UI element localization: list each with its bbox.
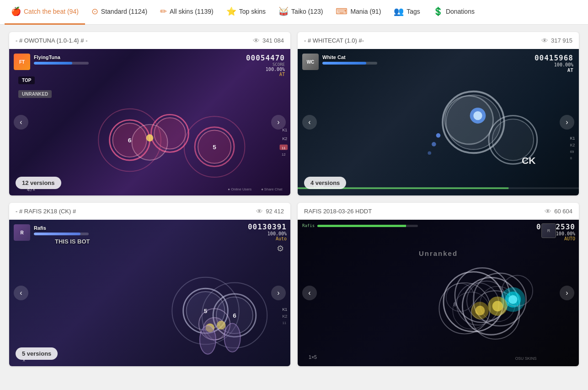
gameplay-circles-rafis: 5 6 × K1 K2 11 <box>9 220 290 366</box>
svg-text:K2: K2 <box>570 143 575 147</box>
prev-button-owotuna[interactable]: ‹ <box>14 115 28 130</box>
card-views-whitecat: 👁 317 915 <box>541 37 572 44</box>
next-button-whitecat[interactable]: › <box>560 115 574 130</box>
svg-text:5: 5 <box>213 144 216 151</box>
gameplay-circles-whitecat: 159× ● Online Users ♠ Share Chat CK K1 K… <box>298 49 579 195</box>
tags-icon: 👥 <box>394 6 404 16</box>
svg-point-78 <box>446 283 475 312</box>
svg-point-28 <box>432 142 436 146</box>
nav-mania-label: Mania (91) <box>350 8 381 15</box>
prev-button-whitecat[interactable]: ‹ <box>302 115 317 130</box>
svg-text:K2: K2 <box>282 136 287 141</box>
card-header-rafis2k18: - # RAFIS 2K18 (CK) # 👁 92 412 <box>9 203 290 220</box>
skin-card-rafis2018: RAFIS 2018-03-26 HDDT 👁 60 604 Rafis 004… <box>298 203 579 366</box>
eye-icon-4: 👁 <box>545 207 551 215</box>
card-views-owotuna: 👁 341 084 <box>253 37 284 44</box>
svg-point-11 <box>146 134 154 141</box>
svg-text:6: 6 <box>233 312 236 319</box>
svg-text:CK: CK <box>522 155 536 166</box>
svg-point-26 <box>492 119 534 160</box>
svg-text:11: 11 <box>282 321 286 325</box>
svg-point-24 <box>473 111 482 120</box>
nav-mania[interactable]: ⌨ Mania (91) <box>329 0 387 25</box>
nav-standard[interactable]: ⊙ Standard (1124) <box>85 0 154 25</box>
next-button-rafis2k18[interactable]: › <box>271 286 286 300</box>
svg-point-52 <box>200 325 216 354</box>
svg-text:K2: K2 <box>282 314 287 319</box>
svg-text:11: 11 <box>282 146 286 150</box>
taiko-icon: 🥁 <box>278 6 289 16</box>
svg-text:K1: K1 <box>570 136 575 141</box>
svg-point-51 <box>217 321 226 330</box>
thumbnail-whitecat: WC White Cat 00415968 100.00% AT <box>298 49 579 195</box>
nav-tags[interactable]: 👥 Tags <box>387 0 427 25</box>
view-count-whitecat: 317 915 <box>551 37 572 44</box>
donations-icon: 💲 <box>433 6 443 16</box>
prev-button-rafis2018[interactable]: ‹ <box>302 286 317 300</box>
svg-point-6 <box>132 125 167 160</box>
nav-catch-the-beat[interactable]: 🍎 Catch the beat (94) <box>5 0 85 25</box>
prev-button-rafis2k18[interactable]: ‹ <box>14 286 28 300</box>
nav-taiko-label: Taiko (123) <box>291 8 323 15</box>
skin-card-owotuna: - # OWOTUNA {1.0-1.4} # - 👁 341 084 FT F… <box>9 32 290 195</box>
versions-badge-owotuna: 12 versions <box>16 177 61 189</box>
svg-point-76 <box>475 306 485 315</box>
card-views-rafis2k18: 👁 92 412 <box>256 207 284 215</box>
svg-text:1×5: 1×5 <box>309 354 317 360</box>
svg-text:K1: K1 <box>282 128 287 132</box>
svg-text:12: 12 <box>282 152 286 157</box>
nav-top-skins[interactable]: ⭐ Top skins <box>220 0 272 25</box>
mania-icon: ⌨ <box>336 6 347 16</box>
nav-taiko[interactable]: 🥁 Taiko (123) <box>272 0 329 25</box>
card-header-rafis2018: RAFIS 2018-03-26 HDDT 👁 60 604 <box>298 203 579 220</box>
svg-text:69: 69 <box>570 150 574 154</box>
svg-point-72 <box>508 295 517 304</box>
eye-icon-3: 👁 <box>256 207 263 215</box>
card-header-whitecat: - # WHITECAT (1.0) #- 👁 317 915 <box>298 32 579 49</box>
nav-tags-label: Tags <box>406 8 420 15</box>
nav-donations[interactable]: 💲 Donations <box>427 0 481 25</box>
svg-text:K1: K1 <box>282 307 287 312</box>
view-count-owotuna: 341 084 <box>262 37 284 44</box>
card-title-whitecat: - # WHITECAT (1.0) #- <box>304 37 364 44</box>
thumbnail-owotuna: FT FlyingTuna 00054470 SCORE 100.00% AT … <box>9 49 290 195</box>
svg-text:♠ Share Chat: ♠ Share Chat <box>262 187 283 191</box>
next-button-owotuna[interactable]: › <box>271 115 286 130</box>
skin-card-rafis2k18: - # RAFIS 2K18 (CK) # 👁 92 412 R Rafis 0… <box>9 203 290 366</box>
allskins-icon: ✏ <box>160 6 167 16</box>
catch-icon: 🍎 <box>11 6 21 16</box>
topskins-icon: ⭐ <box>226 6 236 16</box>
svg-text:6: 6 <box>128 137 132 144</box>
svg-point-29 <box>428 151 431 155</box>
eye-icon: 👁 <box>253 37 260 44</box>
skin-card-whitecat: - # WHITECAT (1.0) #- 👁 317 915 WC White… <box>298 32 579 195</box>
nav-donations-label: Donations <box>446 8 475 15</box>
svg-text:8: 8 <box>570 156 572 160</box>
card-title-rafis2018: RAFIS 2018-03-26 HDDT <box>304 208 372 215</box>
nav-allskins-label: All skins (1139) <box>170 8 214 15</box>
view-count-rafis2018: 60 604 <box>554 208 572 215</box>
nav-standard-label: Standard (1124) <box>101 8 147 15</box>
gameplay-circles-owotuna: 6 5 K1 K2 11 12 47× ● Online Users ♠ Sha… <box>9 49 290 195</box>
card-views-rafis2018: 👁 60 604 <box>545 207 572 215</box>
svg-point-74 <box>492 301 503 311</box>
svg-text:8: 8 <box>454 302 456 307</box>
navigation: 🍎 Catch the beat (94) ⊙ Standard (1124) … <box>0 0 588 25</box>
nav-all-skins[interactable]: ✏ All skins (1139) <box>154 0 220 25</box>
thumbnail-rafis2k18: R Rafis 00130391 100.00% Auto THIS IS BO… <box>9 220 290 366</box>
next-button-rafis2018[interactable]: › <box>560 286 574 300</box>
svg-point-53 <box>225 323 241 352</box>
eye-icon-2: 👁 <box>541 37 548 44</box>
card-header-owotuna: - # OWOTUNA {1.0-1.4} # - 👁 341 084 <box>9 32 290 49</box>
standard-icon: ⊙ <box>91 6 98 16</box>
svg-text:● Online Users: ● Online Users <box>228 187 251 191</box>
nav-topskins-label: Top skins <box>239 8 266 15</box>
view-count-rafis2k18: 92 412 <box>266 208 284 215</box>
card-title-rafis2k18: - # RAFIS 2K18 (CK) # <box>16 208 76 215</box>
svg-point-27 <box>436 133 441 138</box>
versions-badge-rafis2k18: 5 versions <box>16 347 58 360</box>
versions-badge-whitecat: 4 versions <box>304 177 346 189</box>
card-title-owotuna: - # OWOTUNA {1.0-1.4} # - <box>16 37 88 44</box>
svg-text:OSU SKINS: OSU SKINS <box>515 356 537 361</box>
skin-grid: - # OWOTUNA {1.0-1.4} # - 👁 341 084 FT F… <box>0 25 588 374</box>
